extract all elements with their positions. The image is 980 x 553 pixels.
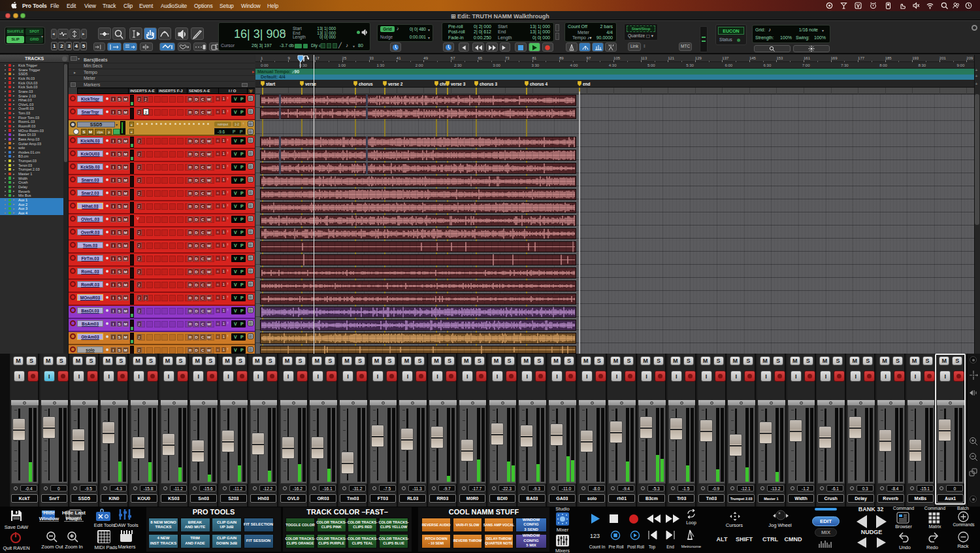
svg-text:123: 123	[590, 533, 600, 539]
